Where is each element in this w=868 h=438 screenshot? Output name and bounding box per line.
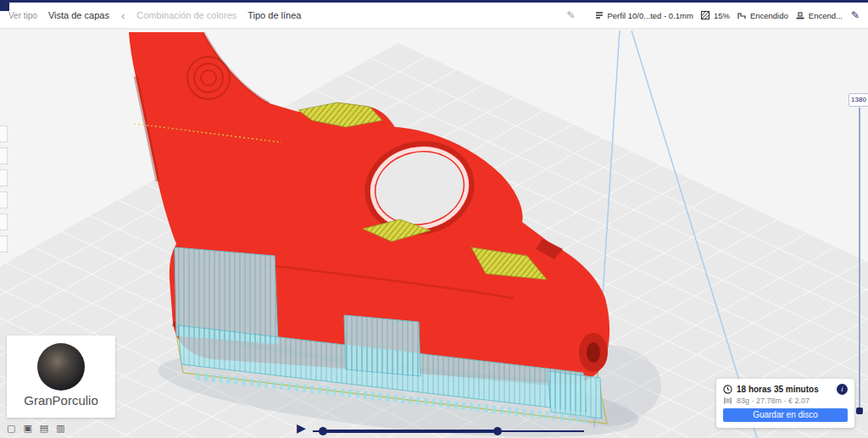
topbar: Ver tipo Vista de capas ‹ Combinación de… xyxy=(0,3,868,29)
view-option-icon-2[interactable]: ▣ xyxy=(23,424,31,433)
edit-settings-icon[interactable]: ✎ xyxy=(851,9,860,21)
support-setting[interactable]: Encendido xyxy=(737,10,788,20)
info-icon[interactable]: i xyxy=(837,384,848,395)
infill-icon xyxy=(700,10,710,20)
line-type-option[interactable]: Tipo de línea xyxy=(248,10,301,20)
view-controls: Ver tipo Vista de capas ‹ Combinación de… xyxy=(8,9,301,22)
save-to-disk-button[interactable]: Guardar en disco xyxy=(723,408,848,422)
infill-value: 15% xyxy=(714,11,730,20)
simulation-slider-range xyxy=(323,430,498,433)
scene-canvas[interactable] xyxy=(0,0,868,438)
layer-slider-handle[interactable]: 1380 xyxy=(849,93,868,107)
view-option-icon-4[interactable]: ▥ xyxy=(56,424,64,433)
color-scheme-option[interactable]: Combinación de colores xyxy=(136,10,236,20)
support-value: Encendido xyxy=(750,11,788,20)
user-card[interactable]: GranPorculio xyxy=(7,335,115,418)
print-time: 18 horas 35 minutos xyxy=(737,385,819,394)
layer-slider-track[interactable] xyxy=(859,108,860,411)
collapse-chevron-icon[interactable]: ‹ xyxy=(121,9,125,22)
viewport-3d[interactable] xyxy=(0,0,868,438)
left-tool-button-1[interactable] xyxy=(0,125,8,142)
material-spool-icon xyxy=(723,396,732,405)
infill-setting[interactable]: 15% xyxy=(700,10,730,20)
left-tool-button-4[interactable] xyxy=(0,191,8,208)
simulation-slider-handle-right[interactable] xyxy=(493,427,502,435)
left-tool-button-5[interactable] xyxy=(0,213,8,230)
profile-value: Perfil 10/0...ted - 0.1mm xyxy=(608,11,693,20)
adhesion-icon xyxy=(795,10,805,20)
left-tool-button-3[interactable] xyxy=(0,169,8,186)
view-option-icon-1[interactable]: ▢ xyxy=(7,424,15,433)
profile-icon xyxy=(594,10,604,20)
view-option-icon-3[interactable]: ▤ xyxy=(40,424,48,433)
clock-icon xyxy=(723,385,732,394)
print-job-panel: 18 horas 35 minutos i 83g · 27.78m · € 2… xyxy=(716,379,854,428)
play-button[interactable]: ▶ xyxy=(297,422,306,434)
adhesion-setting[interactable]: Encend... xyxy=(795,10,843,20)
edit-view-icon[interactable]: ✎ xyxy=(566,9,575,21)
window-corner xyxy=(0,0,9,11)
profile-setting[interactable]: Perfil 10/0...ted - 0.1mm xyxy=(594,10,693,20)
view-type-dropdown[interactable]: Vista de capas xyxy=(48,10,109,20)
simulation-slider-handle-left[interactable] xyxy=(319,427,327,435)
avatar xyxy=(37,343,85,391)
support-icon xyxy=(737,10,747,20)
bottom-toolbar: ▢ ▣ ▤ ▥ xyxy=(7,424,65,433)
material-usage: 83g · 27.78m · € 2.07 xyxy=(737,396,810,405)
print-settings-summary: ✎ Perfil 10/0...ted - 0.1mm 15% Encendid… xyxy=(566,9,860,21)
left-tool-button-6[interactable] xyxy=(0,236,8,252)
user-name: GranPorculio xyxy=(7,393,115,408)
left-tool-button-2[interactable] xyxy=(0,147,8,164)
window-top-border xyxy=(0,0,868,3)
adhesion-value: Encend... xyxy=(809,11,843,20)
layer-slider-bottom-handle[interactable] xyxy=(856,408,863,414)
view-type-label: Ver tipo xyxy=(8,11,37,20)
